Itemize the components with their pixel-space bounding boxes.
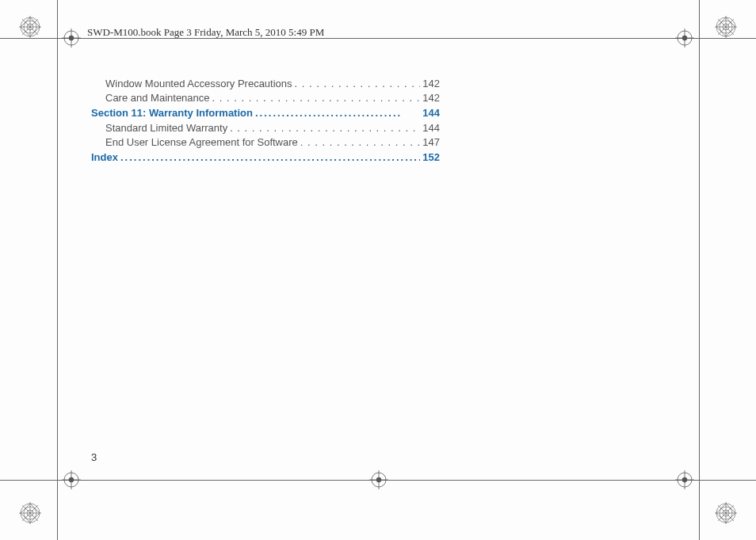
toc-entry-title: Care and Maintenance [105, 92, 210, 104]
toc-entry-title: Standard Limited Warranty [105, 122, 227, 134]
toc-entry-page: 147 [422, 136, 440, 148]
crop-line-right [699, 0, 700, 540]
toc-leader-dots: ................................. [255, 107, 420, 119]
toc-leader-dots: . . . . . . . . . . . . . . . . . . . . … [230, 122, 420, 134]
crosshair-mark-icon [675, 29, 694, 48]
toc-index-page: 152 [422, 151, 440, 163]
toc-entry: Standard Limited Warranty . . . . . . . … [91, 122, 440, 134]
toc-entry: Care and Maintenance . . . . . . . . . .… [91, 92, 440, 104]
registration-mark-icon [715, 502, 737, 524]
toc-leader-dots: . . . . . . . . . . . . . . . . . . . . … [295, 78, 421, 89]
toc-entry-page: 142 [422, 92, 440, 104]
toc-leader-dots: ........................................… [120, 151, 420, 163]
crosshair-mark-icon [369, 470, 388, 489]
toc-section-page: 144 [422, 107, 440, 119]
toc-index-heading: Index ..................................… [91, 151, 440, 163]
document-header: SWD-M100.book Page 3 Friday, March 5, 20… [87, 26, 324, 39]
toc-section-heading: Section 11: Warranty Information .......… [91, 107, 440, 119]
table-of-contents: Window Mounted Accessory Precautions . .… [91, 78, 440, 165]
toc-entry: End User License Agreement for Software … [91, 136, 440, 148]
toc-leader-dots: . . . . . . . . . . . . . . . . . . . . … [212, 92, 421, 104]
registration-mark-icon [19, 16, 41, 38]
toc-entry-page: 142 [422, 78, 440, 89]
toc-leader-dots: . . . . . . . . . . . . . . . . . . . . … [300, 136, 421, 148]
crosshair-mark-icon [675, 470, 694, 489]
toc-entry: Window Mounted Accessory Precautions . .… [91, 78, 440, 89]
page-number: 3 [91, 451, 97, 463]
registration-mark-icon [715, 16, 737, 38]
toc-index-title: Index [91, 151, 118, 163]
toc-entry-title: End User License Agreement for Software [105, 136, 298, 148]
crosshair-mark-icon [62, 470, 81, 489]
registration-mark-icon [19, 502, 41, 524]
crop-line-left [57, 0, 58, 540]
toc-entry-title: Window Mounted Accessory Precautions [105, 78, 292, 89]
toc-entry-page: 144 [422, 122, 440, 134]
toc-section-title: Section 11: Warranty Information [91, 107, 253, 119]
crosshair-mark-icon [62, 29, 81, 48]
